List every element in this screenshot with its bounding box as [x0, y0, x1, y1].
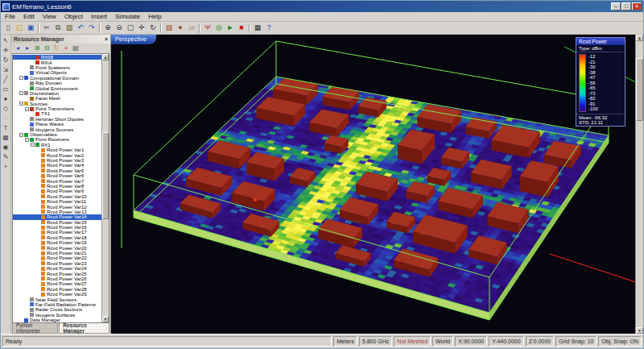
camera-tool[interactable]: ◉	[1, 143, 10, 152]
side-tool-icon: ✎	[3, 154, 9, 160]
receiver-button[interactable]: ◎	[213, 23, 225, 34]
scroll-down-icon[interactable]: ▼	[102, 316, 109, 322]
save-button[interactable]: ▣	[25, 23, 36, 34]
rm-expand-all-button[interactable]: ⊞	[32, 44, 42, 53]
rm-collapse-all-button[interactable]: ⊟	[42, 44, 52, 53]
tree-item-label: Rcvd Power Var16	[47, 225, 87, 230]
title-bar[interactable]: EMTerrano_Lesson6 – □ ×	[1, 1, 643, 12]
run-simulation-button[interactable]: ►	[225, 23, 236, 34]
pan-button[interactable]: ✛	[136, 23, 147, 34]
polygon-tool[interactable]: ◇	[1, 104, 10, 114]
tree-node-icon	[41, 215, 45, 219]
rm-forward-button[interactable]: ▸	[23, 44, 32, 53]
viewport-scrollbar[interactable]: ▲ ▼	[635, 35, 643, 334]
new-file-button[interactable]: ▯	[2, 23, 14, 34]
legend-tick: -47	[588, 75, 598, 81]
scale-tool[interactable]: ⇲	[1, 65, 10, 75]
tree-expander-icon[interactable]: −	[25, 107, 29, 111]
tree-node-icon	[41, 235, 45, 239]
redo-button[interactable]: ↷	[86, 23, 97, 34]
legend-panel[interactable]: Rcvd Power Type: dBm -12 -21 -30 -38 -47	[576, 37, 625, 127]
undo-button[interactable]: ↶	[75, 23, 86, 34]
panel-tab-python-interpreter[interactable]: Python Interpreter	[12, 323, 58, 334]
tree-expander-icon[interactable]: −	[25, 138, 29, 142]
help-button[interactable]: ?	[263, 23, 275, 34]
move-tool[interactable]: ✛	[1, 46, 10, 56]
rect-tool[interactable]: ▭	[1, 85, 10, 94]
pencil-tool[interactable]: ✎	[1, 152, 10, 162]
tree-expander-icon[interactable]: −	[19, 102, 23, 106]
app-window: EMTerrano_Lesson6 – □ × File Edit View O…	[0, 0, 644, 349]
legend-tick: -21	[588, 60, 598, 65]
tree-node-icon	[41, 179, 45, 183]
menu-object[interactable]: Object	[60, 12, 87, 21]
select-tool[interactable]: ↖	[1, 36, 10, 46]
stop-simulation-button[interactable]: ■	[236, 23, 247, 34]
text-tool[interactable]: T	[1, 123, 10, 133]
tree-scroll-thumb[interactable]	[102, 132, 109, 219]
grid-toggle-button[interactable]: ▦	[252, 23, 263, 34]
panel-close-icon[interactable]: ×	[105, 36, 108, 42]
panel-tab-resource-manager[interactable]: Resource Manager	[59, 323, 109, 334]
tree-expander-icon[interactable]: −	[19, 76, 23, 80]
tree-scrollbar[interactable]: ▲ ▼	[101, 54, 109, 322]
transmitter-button[interactable]: Ψ	[202, 23, 213, 34]
viewport-scroll-thumb[interactable]	[636, 58, 643, 121]
window-controls: – □ ×	[610, 2, 642, 10]
mesh-tool[interactable]: ▦	[1, 133, 10, 143]
rotate-view-button[interactable]: ↻	[147, 23, 159, 34]
viewport-scroll-track[interactable]	[636, 41, 643, 327]
toolbar-icon: ▢	[127, 24, 134, 31]
cut-button[interactable]: ✂	[41, 23, 52, 34]
close-button[interactable]: ×	[632, 2, 642, 10]
tree-node-icon	[41, 267, 45, 271]
zoom-out-button[interactable]: ⊖	[114, 23, 125, 34]
menu-edit[interactable]: Edit	[19, 12, 39, 21]
maximize-button[interactable]: □	[621, 2, 631, 10]
menu-insert[interactable]: Insert	[87, 12, 111, 21]
paste-button[interactable]: ▨	[64, 23, 75, 34]
side-tool-icon: ↖	[3, 38, 9, 44]
tree-node-icon	[41, 205, 45, 209]
legend-tick: -82	[588, 96, 598, 102]
rotate-tool[interactable]: ↻	[1, 56, 10, 65]
measure-tool[interactable]: +	[1, 162, 10, 172]
side-tool-icon: ◇	[3, 106, 8, 112]
tree-node-icon	[30, 81, 34, 85]
panel-title-bar[interactable]: Resource Manager ×	[11, 35, 110, 44]
vertex-tool[interactable]: ∙	[1, 114, 10, 123]
open-file-button[interactable]: ◱	[14, 23, 25, 34]
tree-expander-icon[interactable]: −	[19, 133, 23, 137]
zoom-fit-button[interactable]: ▢	[125, 23, 136, 34]
plane-tool-button[interactable]: ▱	[186, 23, 197, 34]
menu-simulate[interactable]: Simulate	[111, 12, 144, 21]
menu-view[interactable]: View	[39, 12, 60, 21]
viewport-canvas[interactable]	[111, 35, 635, 334]
circle-tool[interactable]: ●	[1, 94, 10, 104]
legend-tick: -100	[588, 106, 598, 112]
minimize-button[interactable]: –	[611, 2, 621, 10]
viewport-scroll-down-icon[interactable]: ▼	[636, 327, 643, 334]
viewport-scroll-up-icon[interactable]: ▲	[636, 35, 643, 41]
zoom-in-button[interactable]: ⊕	[102, 23, 114, 34]
viewport-mode-label[interactable]: Perspective	[111, 35, 156, 44]
line-tool[interactable]: ╱	[1, 75, 10, 85]
copy-button[interactable]: ⧉	[52, 23, 64, 34]
side-tool-icon: ╱	[4, 77, 8, 83]
rm-refresh-button[interactable]: ↻	[52, 44, 61, 53]
rm-properties-button[interactable]: ▤	[71, 44, 80, 53]
tree-item-label: Point Transmitters	[35, 106, 74, 111]
menu-file[interactable]: File	[1, 12, 19, 21]
scroll-up-icon[interactable]: ▲	[102, 54, 109, 60]
tree-item-label: Rcvd Power Var22	[47, 256, 87, 260]
tree-node-icon	[41, 220, 45, 224]
rm-delete-button[interactable]: ×	[61, 44, 71, 53]
tree-expander-icon[interactable]: −	[31, 143, 35, 147]
tree-expander-icon[interactable]: −	[19, 91, 23, 95]
tree-scroll-track[interactable]	[102, 60, 109, 316]
sphere-tool-button[interactable]: ●	[175, 23, 186, 34]
rm-back-button[interactable]: ◂	[13, 44, 23, 53]
menu-help[interactable]: Help	[144, 12, 165, 21]
panel-toolbar-icon: ⊟	[44, 45, 50, 52]
box-tool-button[interactable]: ▧	[163, 23, 175, 34]
